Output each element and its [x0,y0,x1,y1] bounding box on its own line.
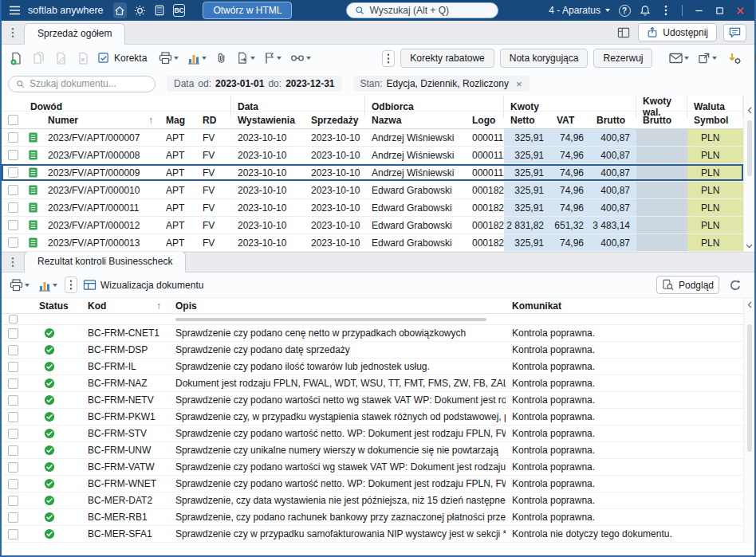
hamburger-menu-icon[interactable] [8,2,22,18]
check-row[interactable]: BC-FRM-VATWSprawdzenie czy podano wartoś… [2,459,743,476]
invoice-row[interactable]: 2023/FV/APT/000007APTFV2023-10-102023-10… [2,129,743,147]
invoice-row[interactable]: 2023/FV/APT/000011APTFV2023-10-102023-10… [2,199,743,217]
row-checkbox[interactable] [8,345,18,355]
check-row[interactable]: BC-FRM-WNETSprawdzenie czy podano wartoś… [2,476,743,492]
document-search-input[interactable]: Szukaj dokumentu... [8,76,156,92]
rezerwuj-button[interactable]: Rezerwuj [593,49,652,68]
column-header-brutto[interactable]: Brutto [590,112,636,128]
row-checkbox[interactable] [8,395,18,406]
row-checkbox[interactable] [8,132,18,143]
column-header-numer[interactable]: Numer ↑ [41,112,159,128]
layout-panels-icon[interactable] [616,25,632,40]
date-filter-chip[interactable]: Data od: 2023-01-01 do: 2023-12-31 [167,76,342,92]
row-checkbox[interactable] [8,479,18,489]
print-button[interactable] [8,277,31,293]
refresh-button[interactable] [751,50,756,66]
row-checkbox[interactable] [8,496,18,506]
export-document-button[interactable] [234,50,257,66]
check-row[interactable]: BC-FRM-NAZDokument jest rodzaju FPLN, FW… [2,375,743,392]
column-header-rd[interactable]: RD [196,112,231,128]
column-header-status[interactable]: Status [24,298,75,313]
column-header-brutto-wal[interactable]: Brutto [636,112,687,128]
row-checkbox[interactable] [8,412,18,422]
date-from-value[interactable]: 2023-01-01 [215,78,264,89]
date-to-value[interactable]: 2023-12-31 [285,78,334,89]
check-row[interactable]: BC-FRM-PKW1Sprawdzenie czy, w przypadku … [2,409,743,426]
refresh-button[interactable] [727,277,743,293]
open-in-html-button[interactable]: Otwórz w HTML [203,2,292,19]
delete-document-button[interactable] [75,50,92,67]
nota-korygujaca-button[interactable]: Nota korygująca [500,49,589,68]
row-checkbox[interactable] [8,429,18,439]
invoice-row[interactable]: 2023/FV/APT/000012APTFV2023-10-102023-10… [2,217,743,234]
check-row[interactable]: BC-MER-SFA1Sprawdzenie czy w przypadku s… [2,526,743,543]
calculator-icon[interactable] [153,2,167,18]
horizontal-scrollbar-thumb[interactable] [175,318,486,321]
row-checkbox[interactable] [8,529,18,539]
column-header-wystawienia[interactable]: Wystawienia [231,112,305,128]
flag-button[interactable] [262,50,283,66]
settings-download-button[interactable] [726,50,743,67]
share-button[interactable]: Udostępnij [638,23,717,41]
collapse-panel-icon[interactable] [747,107,752,114]
attachment-button[interactable] [214,50,229,66]
invoice-row[interactable]: 2023/FV/APT/000013APTFV2023-10-102023-10… [2,234,743,252]
row-checkbox[interactable] [8,202,18,213]
row-checkbox[interactable] [8,445,18,456]
row-checkbox[interactable] [8,150,18,160]
close-button[interactable] [732,2,748,18]
maximize-button[interactable] [711,2,727,18]
column-header-logo[interactable]: Logo [466,112,504,128]
check-row[interactable]: BC-FRM-DSPSprawdzenie czy podano datę sp… [2,342,743,359]
link-button[interactable] [289,51,313,65]
more-actions-button[interactable] [382,50,395,67]
column-header-kod[interactable]: Kod ↑ [75,298,169,313]
check-row[interactable]: BC-FRM-NETVSprawdzenie czy podano wartoś… [2,392,743,409]
print-button[interactable] [157,50,180,66]
help-icon[interactable]: ? [616,2,632,18]
global-search-input[interactable]: Wyszukaj (Alt + Q) [346,2,498,18]
column-header-mag[interactable]: Mag [159,112,196,128]
column-header-komunikat[interactable]: Komunikat [506,298,743,313]
row-checkbox[interactable] [8,512,18,523]
column-header-nazwa[interactable]: Nazwa [365,112,466,128]
row-checkbox[interactable] [8,167,18,178]
column-header-vat[interactable]: VAT [550,112,590,128]
invoice-row[interactable]: 2023/FV/APT/000008APTFV2023-10-102023-10… [2,147,743,164]
column-header-opis[interactable]: Opis [169,298,506,313]
comments-button[interactable] [723,24,746,41]
tab-rezultat-kontroli[interactable]: Rezultat kontroli Businesscheck [24,251,186,273]
copy-document-button[interactable] [30,50,47,67]
invoice-row[interactable]: 2023/FV/APT/000009APTFV2023-10-102023-10… [2,164,743,182]
check-row[interactable]: BC-MER-DAT2Sprawdzenie, czy data wystawi… [2,492,743,509]
check-row[interactable]: BC-FRM-UNWSprawdzenie czy unikalne numer… [2,442,743,459]
edit-document-button[interactable] [53,50,69,67]
remove-filter-icon[interactable]: × [516,79,522,89]
panel-menu-icon[interactable] [6,27,19,38]
more-options-icon[interactable] [658,2,674,18]
notifications-bell-icon[interactable] [637,2,653,18]
wizualizacja-dokumentu-button[interactable]: Wizualizacja dokumentu [83,279,203,291]
chart-button[interactable] [186,50,208,66]
businesscheck-icon[interactable]: BC [173,4,186,17]
home-icon[interactable] [113,2,127,18]
collapse-panel-icon[interactable] [747,301,752,308]
row-checkbox[interactable] [8,328,18,339]
row-checkbox[interactable] [8,237,18,248]
korekty-rabatowe-button[interactable]: Korekty rabatowe [400,49,494,68]
state-filter-chip[interactable]: Stan: Edycja, Dziennik, Rozliczony × [353,76,530,92]
new-document-button[interactable] [8,50,25,67]
tab-sprzedaz-ogolem[interactable]: Sprzedaż ogółem [24,23,125,45]
open-in-window-button[interactable] [696,50,719,66]
row-checkbox[interactable] [8,379,18,389]
invoice-row[interactable]: 2023/FV/APT/000010APTFV2023-10-102023-10… [2,182,743,199]
more-actions-button[interactable] [65,277,77,293]
scrollbar-thumb[interactable] [747,324,752,452]
minimize-button[interactable] [691,2,707,18]
column-header-netto[interactable]: Netto [504,112,550,128]
company-selector[interactable]: 4 - Aparatus [549,5,610,16]
podglad-button[interactable]: Podgląd [656,276,719,294]
column-header-sprzedazy[interactable]: Sprzedaży [305,112,365,128]
select-all-checkbox[interactable] [8,115,18,125]
check-row[interactable]: BC-MER-RB1Sprawdzenie, czy podano rachun… [2,509,743,526]
